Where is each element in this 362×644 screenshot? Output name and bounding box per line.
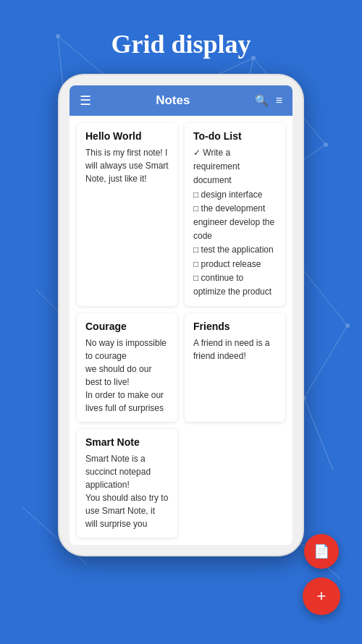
document-icon: 📄 (313, 543, 329, 559)
note-title: Hello World (85, 130, 169, 142)
notes-grid: Hello World This is my first note! I wil… (70, 116, 292, 545)
todo-item: □ product release (193, 258, 277, 271)
app-title: Notes (91, 93, 255, 108)
phone-mockup: ☰ Notes 🔍 ≡ Hello World This is my first… (0, 74, 362, 556)
note-title: Smart Note (85, 436, 169, 448)
search-icon[interactable]: 🔍 (255, 94, 269, 107)
phone-body: ☰ Notes 🔍 ≡ Hello World This is my first… (58, 74, 304, 556)
fab-container: 📄 + (303, 534, 340, 615)
note-card-smart-note[interactable]: Smart Note Smart Note is a succinct note… (77, 429, 177, 538)
note-card-friends[interactable]: Friends A friend in need is a friend ind… (185, 313, 285, 422)
todo-item: □ test the application (193, 243, 277, 257)
note-title: Courage (85, 321, 169, 332)
note-card-todo[interactable]: To-do List ✓ Write a requirement documen… (185, 123, 285, 306)
note-title: Friends (193, 321, 277, 332)
todo-item: □ continue to optimize the product (193, 271, 277, 299)
note-card-hello-world[interactable]: Hello World This is my first note! I wil… (77, 123, 177, 306)
app-topbar: ☰ Notes 🔍 ≡ (70, 85, 292, 116)
note-content: ✓ Write a requirement document □ design … (193, 146, 277, 299)
note-card-courage[interactable]: Courage No way is impossible to courage … (77, 313, 177, 422)
note-content: This is my first note! I will always use… (85, 146, 169, 185)
note-title: To-do List (193, 130, 277, 142)
add-icon: + (317, 587, 327, 606)
todo-item: □ the development engineer develop the c… (193, 202, 277, 244)
menu-icon[interactable]: ☰ (80, 93, 91, 109)
add-note-fab[interactable]: + (303, 577, 340, 615)
page-title: Grid display (0, 0, 362, 74)
new-note-document-fab[interactable]: 📄 (304, 534, 339, 569)
note-content: Smart Note is a succinct notepad applica… (85, 452, 169, 530)
note-content: No way is impossible to courage we shoul… (85, 336, 169, 415)
todo-item: □ design interface (193, 188, 277, 202)
filter-icon[interactable]: ≡ (276, 94, 282, 107)
note-content: A friend in need is a friend indeed! (193, 336, 277, 363)
todo-item: ✓ Write a requirement document (193, 146, 277, 188)
